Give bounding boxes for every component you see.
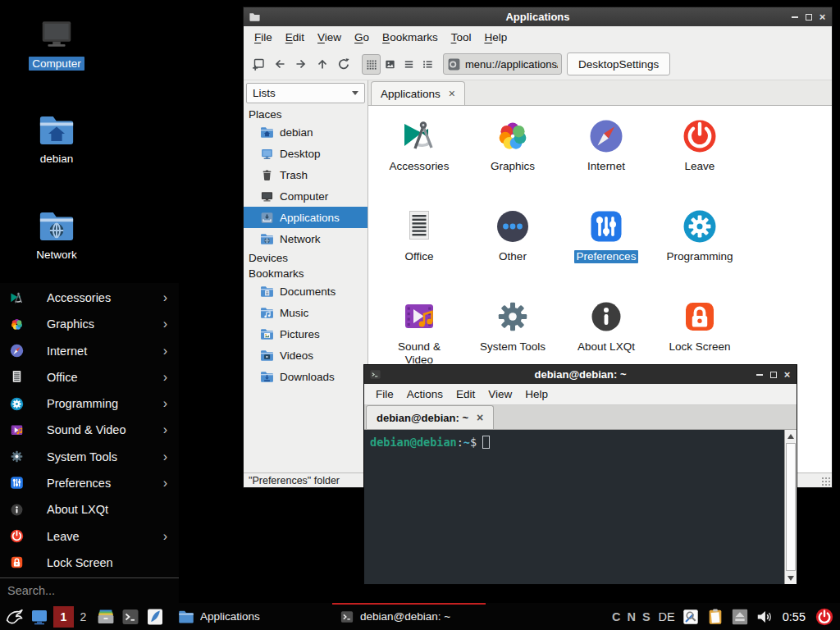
desktop-icon-debian[interactable]: debian: [17, 112, 96, 166]
menu-item-office[interactable]: Office›: [0, 364, 179, 390]
app-category-internet[interactable]: Internet: [559, 112, 653, 202]
new-tab-button[interactable]: [248, 54, 269, 75]
minimize-button[interactable]: [752, 365, 766, 384]
power-button[interactable]: [815, 607, 834, 627]
terminal-screen[interactable]: debian@debian:~$: [364, 430, 797, 584]
fm-menu-help[interactable]: Help: [477, 31, 514, 43]
terminal-menu-actions[interactable]: Actions: [400, 388, 450, 400]
removable-media-icon[interactable]: [731, 608, 749, 626]
maximize-button[interactable]: [766, 365, 780, 384]
sidebar-item-desktop[interactable]: Desktop: [244, 143, 368, 164]
menu-item-about-lxqt[interactable]: About LXQt: [0, 496, 179, 523]
fm-menu-tool[interactable]: Tool: [445, 31, 478, 43]
menu-item-preferences[interactable]: Preferences›: [0, 470, 179, 496]
thumbnail-view-button[interactable]: [381, 54, 399, 75]
menu-item-internet[interactable]: Internet›: [0, 338, 179, 364]
terminal-menu-file[interactable]: File: [369, 388, 400, 400]
fm-address-bar[interactable]: menu://applications/: [443, 53, 562, 75]
sidebar-item-label: Pictures: [280, 328, 320, 340]
sidebar-item-pictures[interactable]: Pictures: [244, 323, 368, 345]
terminal-tab[interactable]: debian@debian: ~ ×: [366, 405, 494, 429]
sidebar-item-network[interactable]: Network: [244, 228, 368, 249]
start-menu-button[interactable]: [4, 606, 25, 627]
clipboard-tray-icon[interactable]: [706, 608, 724, 626]
taskbar-task-debian-debian[interactable]: debian@debian: ~: [334, 603, 484, 630]
taskbar-task-applications[interactable]: Applications: [172, 603, 322, 630]
keyboard-layout[interactable]: DE: [659, 610, 675, 623]
sidebar-mode-select[interactable]: Lists: [246, 83, 365, 103]
editor-launcher[interactable]: [144, 606, 165, 627]
menu-item-system-tools[interactable]: System Tools›: [0, 444, 179, 470]
show-desktop-button[interactable]: [29, 606, 49, 627]
app-category-office[interactable]: Office: [372, 202, 466, 292]
volume-icon[interactable]: [756, 608, 774, 626]
desktop-icon-network[interactable]: Network: [17, 208, 96, 262]
close-button[interactable]: ×: [780, 365, 794, 384]
desktop-icon-computer[interactable]: Computer: [17, 16, 96, 71]
menu-item-lock-screen[interactable]: Lock Screen: [0, 550, 179, 576]
reload-button[interactable]: [333, 54, 354, 75]
fm-menu-edit[interactable]: Edit: [279, 31, 311, 43]
menu-item-leave[interactable]: Leave›: [0, 523, 179, 549]
terminal-menu-help[interactable]: Help: [518, 388, 555, 400]
fm-menu-go[interactable]: Go: [348, 31, 376, 43]
menu-search-input[interactable]: Search...: [0, 578, 179, 603]
app-category-graphics[interactable]: Graphics: [466, 112, 559, 202]
menu-item-graphics[interactable]: Graphics›: [0, 311, 179, 337]
menu-item-programming[interactable]: Programming›: [0, 390, 179, 417]
terminal-menu-edit[interactable]: Edit: [450, 388, 482, 400]
menu-item-sound-video[interactable]: Sound & Video›: [0, 417, 179, 443]
scroll-down-icon[interactable]: [785, 572, 797, 584]
app-category-leave[interactable]: Leave: [653, 112, 746, 202]
desktop-settings-button[interactable]: DesktopSettings: [567, 52, 670, 75]
sidebar-item-videos[interactable]: Videos: [244, 345, 368, 366]
sidebar-item-debian[interactable]: debian: [244, 121, 368, 143]
scrollbar-thumb[interactable]: [786, 443, 796, 571]
fm-menu-bookmarks[interactable]: Bookmarks: [376, 31, 445, 43]
app-category-accessories[interactable]: Accessories: [372, 112, 466, 202]
computer-small-icon: [260, 189, 274, 203]
prompt-dollar: $: [470, 436, 477, 449]
terminal-scrollbar[interactable]: [784, 430, 797, 584]
sidebar-item-trash[interactable]: Trash: [244, 164, 368, 185]
minimize-button[interactable]: [788, 7, 801, 26]
sidebar-item-downloads[interactable]: Downloads: [244, 366, 368, 387]
maximize-button[interactable]: [801, 7, 815, 26]
clock[interactable]: 0:55: [783, 610, 806, 623]
app-category-other[interactable]: Other: [466, 202, 559, 292]
terminal-menu-view[interactable]: View: [482, 388, 518, 400]
menu-item-accessories[interactable]: Accessories›: [0, 285, 179, 311]
sidebar-item-computer[interactable]: Computer: [244, 185, 368, 207]
fm-tab-applications[interactable]: Applications ×: [371, 81, 465, 105]
app-category-programming[interactable]: Programming: [653, 202, 746, 292]
compact-view-button[interactable]: [399, 54, 418, 75]
terminal-launcher[interactable]: [120, 606, 140, 627]
terminal-titlebar[interactable]: debian@debian: ~ ×: [364, 365, 797, 384]
fm-titlebar[interactable]: Applications ×: [244, 7, 832, 26]
workspace-1-button[interactable]: 1: [53, 606, 74, 628]
tab-close-icon[interactable]: ×: [449, 88, 455, 99]
graphics-icon: [9, 317, 25, 332]
back-button[interactable]: [269, 54, 290, 75]
keyboard-indicator[interactable]: C N S: [612, 610, 652, 623]
resize-grip[interactable]: [821, 477, 830, 486]
fm-menu-file[interactable]: File: [248, 31, 279, 43]
tab-close-icon[interactable]: ×: [477, 412, 483, 423]
scroll-up-icon[interactable]: [785, 430, 797, 442]
close-button[interactable]: ×: [815, 7, 829, 26]
fm-window-controls: ×: [788, 7, 832, 26]
file-manager-launcher[interactable]: [95, 606, 116, 627]
screenshot-tray-icon[interactable]: [682, 608, 700, 626]
desktop[interactable]: ComputerdebianNetwork Accessories›Graphi…: [0, 0, 840, 630]
icon-view-button[interactable]: [362, 54, 381, 75]
view-mode-group: [362, 54, 437, 75]
detailed-view-button[interactable]: [418, 54, 437, 75]
fm-menu-view[interactable]: View: [311, 31, 348, 43]
up-button[interactable]: [312, 54, 333, 75]
sidebar-item-music[interactable]: Music: [244, 302, 368, 323]
sidebar-item-applications[interactable]: Applications: [244, 207, 368, 228]
workspace-2-button[interactable]: 2: [76, 606, 90, 628]
app-category-preferences[interactable]: Preferences: [559, 202, 653, 292]
forward-button[interactable]: [290, 54, 312, 75]
sidebar-item-documents[interactable]: Documents: [244, 281, 368, 302]
